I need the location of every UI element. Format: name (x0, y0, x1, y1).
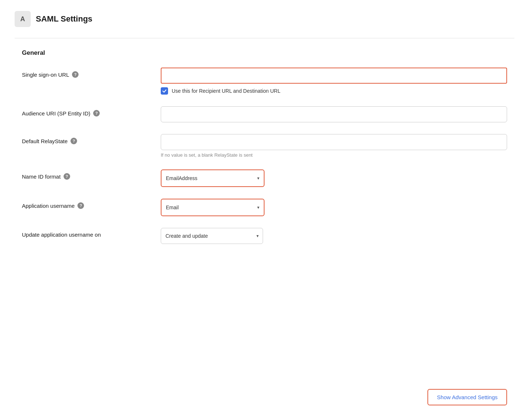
update-username-label: Update application username on (22, 232, 101, 238)
relay-state-input[interactable] (161, 134, 507, 150)
app-username-select[interactable]: Email Email prefix Okta username Okta us… (161, 199, 264, 215)
sso-url-label-col: Single sign-on URL ? (22, 68, 161, 78)
name-id-format-control: EmailAddress Unspecified x509SubjectName… (161, 169, 507, 187)
relay-state-help-icon[interactable]: ? (71, 138, 77, 144)
saml-settings-header: A SAML Settings (15, 11, 514, 27)
update-username-label-col: Update application username on (22, 228, 161, 238)
avatar: A (15, 11, 31, 27)
relay-state-control: If no value is set, a blank RelayState i… (161, 134, 507, 158)
app-username-select-wrapper: Email Email prefix Okta username Okta us… (161, 199, 264, 216)
app-username-control: Email Email prefix Okta username Okta us… (161, 199, 507, 216)
update-username-select[interactable]: Create and update Create only (161, 228, 263, 244)
sso-url-input[interactable] (161, 68, 507, 84)
sso-url-help-icon[interactable]: ? (72, 71, 79, 78)
app-username-label: Application username (22, 203, 75, 209)
relay-state-label-col: Default RelayState ? (22, 134, 161, 144)
relay-state-label: Default RelayState (22, 138, 68, 144)
sso-url-row: Single sign-on URL ? Use this for Recipi… (15, 68, 514, 95)
app-username-row: Application username ? Email Email prefi… (15, 199, 514, 216)
sso-url-control: Use this for Recipient URL and Destinati… (161, 68, 507, 95)
page-title: SAML Settings (36, 14, 92, 24)
sso-url-label: Single sign-on URL (22, 72, 69, 78)
header-divider (15, 38, 514, 38)
name-id-format-select-wrapper: EmailAddress Unspecified x509SubjectName… (161, 169, 264, 187)
audience-uri-label: Audience URI (SP Entity ID) (22, 110, 90, 117)
recipient-url-checkbox[interactable] (161, 87, 168, 95)
app-username-label-col: Application username ? (22, 199, 161, 209)
general-section-title: General (22, 49, 507, 57)
app-username-help-icon[interactable]: ? (77, 202, 84, 209)
audience-uri-input[interactable] (161, 106, 507, 122)
avatar-letter: A (20, 15, 25, 23)
relay-state-hint: If no value is set, a blank RelayState i… (161, 152, 507, 158)
sso-url-checkbox-row: Use this for Recipient URL and Destinati… (161, 87, 507, 95)
name-id-format-label-col: Name ID format ? (22, 169, 161, 180)
name-id-format-help-icon[interactable]: ? (64, 173, 70, 180)
name-id-format-select[interactable]: EmailAddress Unspecified x509SubjectName… (161, 170, 264, 186)
audience-uri-help-icon[interactable]: ? (93, 110, 100, 117)
name-id-format-label: Name ID format (22, 173, 61, 180)
update-username-control: Create and update Create only ▾ (161, 228, 507, 244)
relay-state-row: Default RelayState ? If no value is set,… (15, 134, 514, 158)
update-username-row: Update application username on Create an… (15, 228, 514, 244)
audience-uri-label-col: Audience URI (SP Entity ID) ? (22, 106, 161, 117)
audience-uri-control (161, 106, 507, 122)
update-username-select-wrapper: Create and update Create only ▾ (161, 228, 263, 244)
page-container: A SAML Settings General Single sign-on U… (0, 0, 529, 420)
audience-uri-row: Audience URI (SP Entity ID) ? (15, 106, 514, 122)
show-advanced-settings-button[interactable]: Show Advanced Settings (427, 389, 507, 405)
recipient-url-checkbox-label: Use this for Recipient URL and Destinati… (172, 88, 281, 94)
name-id-format-row: Name ID format ? EmailAddress Unspecifie… (15, 169, 514, 187)
